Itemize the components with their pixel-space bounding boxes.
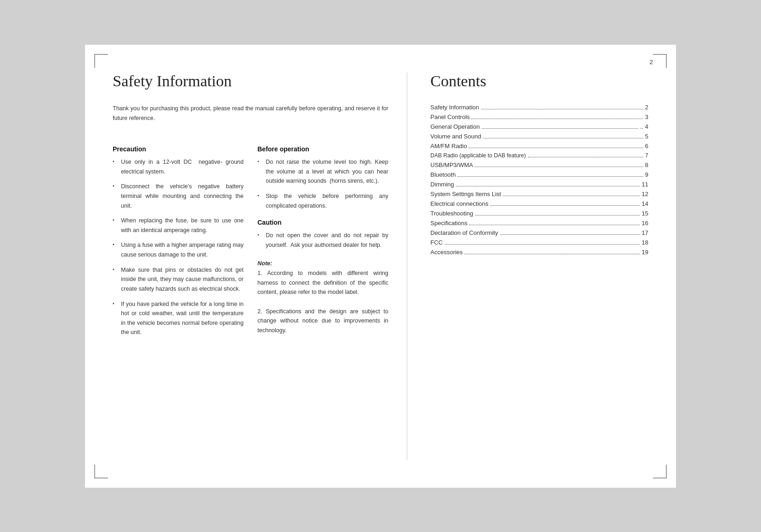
toc-dots <box>500 234 640 235</box>
toc-label: Accessories <box>430 249 463 256</box>
toc-page: 14 <box>642 200 648 207</box>
toc-page: 18 <box>642 239 648 246</box>
toc-dots <box>528 157 644 157</box>
toc-label: AM/FM Radio <box>430 143 467 149</box>
toc-dots <box>469 225 640 225</box>
right-column: Before operation Do not raise the volume… <box>258 137 389 343</box>
two-col-layout: Precaution Use only in a 12-volt DC nega… <box>113 137 388 343</box>
toc-dots <box>471 119 643 119</box>
list-item: Use only in a 12-volt DC negative- groun… <box>113 157 244 176</box>
toc-page: 12 <box>642 191 648 197</box>
toc-dots <box>503 196 640 196</box>
list-item: If you have parked the vehicle for a lon… <box>113 299 244 338</box>
toc-label: General Operation <box>430 123 480 130</box>
toc-page: 11 <box>642 181 648 188</box>
list-item: When replacing the fuse, be sure to use … <box>113 216 244 235</box>
toc-label: Declaration of Conformity <box>430 229 498 236</box>
toc-dots <box>445 244 640 245</box>
toc-entry: General Operation.. 4 <box>430 123 648 130</box>
before-operation-title: Before operation <box>258 145 389 153</box>
toc-page: 17 <box>642 229 648 236</box>
toc-page: 8 <box>645 161 648 168</box>
note-text1: 1. According to models with different wi… <box>258 270 389 295</box>
toc-dots <box>456 186 640 186</box>
toc-dots <box>475 167 643 167</box>
toc-entry: Volume and Sound5 <box>430 133 648 140</box>
list-item: Using a fuse with a higher amperage rati… <box>113 240 244 259</box>
toc-entry: FCC18 <box>430 239 648 246</box>
toc-entry: DAB Radio (applicable to DAB feature)7 <box>430 152 648 159</box>
right-section: Contents Safety Information2Panel Contro… <box>407 72 648 460</box>
toc-label: Specifications <box>430 220 467 227</box>
toc-label: System Settings Items List <box>430 191 501 197</box>
toc-page: 19 <box>642 249 648 256</box>
note-label: Note: <box>258 260 272 267</box>
toc-entry: Declaration of Conformity17 <box>430 229 648 236</box>
list-item: Disconnect the vehicle's negative batter… <box>113 182 244 210</box>
toc-page: 16 <box>642 220 648 227</box>
toc-entry: System Settings Items List12 <box>430 191 648 197</box>
list-item: Stop the vehicle before performing any c… <box>258 191 389 210</box>
note-block: Note: 1. According to models with differ… <box>258 259 389 335</box>
safety-information-title: Safety Information <box>113 72 388 90</box>
caution-list: Do not open the cover and do not repair … <box>258 231 389 250</box>
toc-page: 7 <box>645 152 648 159</box>
precaution-title: Precaution <box>113 145 244 153</box>
toc-entry: Panel Controls3 <box>430 114 648 120</box>
toc-page: 5 <box>645 133 648 140</box>
page: 2 Safety Information Thank you for purch… <box>85 45 676 488</box>
toc-entry: Specifications16 <box>430 220 648 227</box>
toc-dots <box>465 254 640 254</box>
toc-dots <box>475 215 640 215</box>
list-item: Do not open the cover and do not repair … <box>258 231 389 250</box>
toc-dots <box>490 205 640 206</box>
toc-page: 15 <box>642 210 648 217</box>
toc-dots <box>483 138 643 138</box>
before-operation-list: Do not raise the volume level too high. … <box>258 157 389 210</box>
toc-entry: Safety Information2 <box>430 104 648 111</box>
corner-mark-br <box>653 465 667 478</box>
toc-label: Bluetooth <box>430 171 456 178</box>
toc-dots <box>469 148 643 148</box>
list-item: Make sure that pins or obstacles do not … <box>113 265 244 294</box>
list-item: Do not raise the volume level too high. … <box>258 157 389 186</box>
toc-page: 6 <box>645 143 648 149</box>
toc-label: Troubleshooting <box>430 210 473 217</box>
note-text2: 2. Specifications and the design are sub… <box>258 308 389 334</box>
precaution-column: Precaution Use only in a 12-volt DC nega… <box>113 137 244 343</box>
page-number: 2 <box>650 59 653 66</box>
toc-page: 2 <box>645 104 648 111</box>
toc-label: Panel Controls <box>430 114 470 120</box>
caution-title: Caution <box>258 219 389 226</box>
left-section: Safety Information Thank you for purchas… <box>113 72 407 460</box>
toc-page: .. 4 <box>640 123 648 130</box>
toc-page: 3 <box>645 114 648 120</box>
toc-label: DAB Radio (applicable to DAB feature) <box>430 152 526 159</box>
toc-label: Dimming <box>430 181 454 188</box>
corner-mark-tr <box>653 54 667 68</box>
toc-entry: Dimming11 <box>430 181 648 188</box>
toc-label: USB/MP3/WMA <box>430 161 473 168</box>
precaution-list: Use only in a 12-volt DC negative- groun… <box>113 157 244 337</box>
toc-entry: Electrical connections14 <box>430 200 648 207</box>
toc-entry: Troubleshooting15 <box>430 210 648 217</box>
toc-label: Volume and Sound <box>430 133 481 140</box>
toc-page: 9 <box>645 171 648 178</box>
toc-entry: Accessories19 <box>430 249 648 256</box>
toc-dots <box>482 128 638 129</box>
toc-label: FCC <box>430 239 443 246</box>
corner-mark-tl <box>94 54 108 68</box>
toc-label: Safety Information <box>430 104 479 111</box>
toc-entry: Bluetooth9 <box>430 171 648 178</box>
toc-dots <box>481 109 643 109</box>
corner-mark-bl <box>94 465 108 478</box>
toc-entry: AM/FM Radio6 <box>430 143 648 149</box>
toc-label: Electrical connections <box>430 200 489 207</box>
toc: Safety Information2Panel Controls3Genera… <box>430 104 648 256</box>
toc-dots <box>458 176 643 177</box>
toc-entry: USB/MP3/WMA8 <box>430 161 648 168</box>
contents-title: Contents <box>430 72 648 90</box>
intro-text: Thank you for purchasing this product, p… <box>113 104 388 124</box>
